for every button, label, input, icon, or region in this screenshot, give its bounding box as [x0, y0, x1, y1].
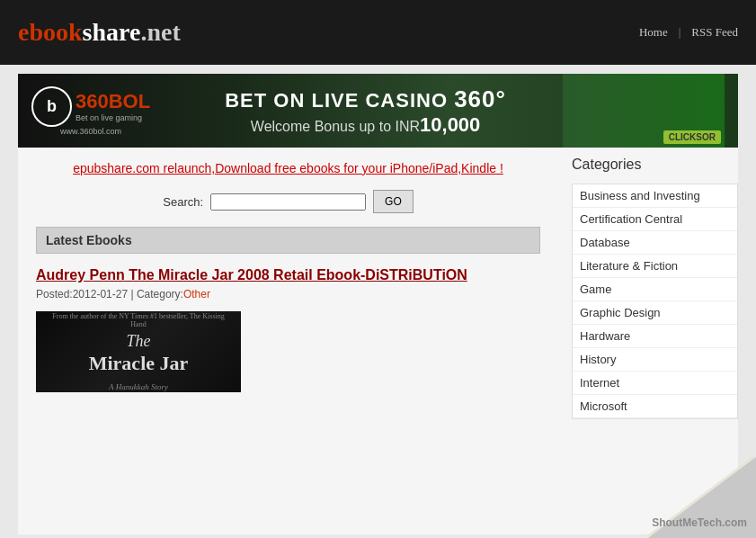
logo-net: .net — [140, 18, 180, 46]
category-link-item[interactable]: Internet — [573, 372, 737, 394]
category-link-item[interactable]: History — [573, 348, 737, 371]
meta-separator: | — [130, 288, 133, 300]
search-button[interactable]: GO — [373, 190, 414, 213]
sidebar: Categories Business and InvestingCertifi… — [558, 148, 738, 534]
banner-logo-url: www.360bol.com — [60, 127, 121, 136]
nav-divider: | — [679, 25, 681, 40]
category-link[interactable]: Other — [183, 288, 210, 300]
banner-line2: Welcome Bonus up to INR10,000 — [168, 113, 563, 137]
category-link-item[interactable]: Business and Investing — [573, 184, 737, 207]
category-item: Hardware — [573, 325, 737, 348]
book-cover-from: From the author of the NY Times #1 bests… — [45, 312, 232, 328]
category-link-item[interactable]: Microsoft — [573, 395, 737, 417]
category-link-item[interactable]: Database — [573, 231, 737, 254]
book-entry: Audrey Penn The Miracle Jar 2008 Retail … — [36, 267, 540, 392]
category-link-item[interactable]: Certification Central — [573, 208, 737, 230]
banner-right: CLICKSOR — [563, 74, 725, 148]
category-item: History — [573, 348, 737, 372]
category-item: Database — [573, 231, 737, 255]
logo-ebook: ebook — [18, 18, 83, 46]
category-item: Literature & Fiction — [573, 255, 737, 278]
category-label: Category: — [137, 288, 183, 300]
category-item: Game — [573, 278, 737, 301]
content-area: epubshare.com relaunch,Download free ebo… — [18, 148, 558, 534]
book-meta: Posted:2012-01-27 | Category:Other — [36, 288, 540, 300]
latest-ebooks-header: Latest Ebooks — [36, 227, 540, 254]
book-cover-title: The Miracle Jar — [89, 332, 189, 375]
nav-home-link[interactable]: Home — [639, 25, 668, 40]
search-input[interactable] — [210, 193, 366, 211]
search-bar: Search: GO — [36, 190, 540, 213]
book-title-link[interactable]: Audrey Penn The Miracle Jar 2008 Retail … — [36, 267, 540, 283]
category-item: Internet — [573, 372, 737, 395]
banner-logo: b 360BOL Bet on live gaming www.360bol.c… — [31, 86, 150, 136]
banner-logo-circle: b — [31, 86, 72, 127]
category-link-item[interactable]: Game — [573, 278, 737, 300]
promo-link[interactable]: epubshare.com relaunch,Download free ebo… — [73, 161, 503, 175]
book-cover: From the author of the NY Times #1 bests… — [36, 311, 241, 392]
banner-line1: BET ON LIVE CASINO 360° — [168, 85, 563, 113]
banner-ad[interactable]: b 360BOL Bet on live gaming www.360bol.c… — [18, 74, 738, 148]
banner-content: BET ON LIVE CASINO 360° Welcome Bonus up… — [168, 85, 563, 137]
category-link-item[interactable]: Hardware — [573, 325, 737, 347]
banner-logo-text: 360BOL — [76, 90, 150, 113]
category-item: Graphic Design — [573, 301, 737, 325]
site-header: ebookshare.net Home | RSS Feed — [0, 0, 756, 65]
category-link-item[interactable]: Literature & Fiction — [573, 255, 737, 277]
category-link-item[interactable]: Graphic Design — [573, 301, 737, 324]
banner-logo-sub: Bet on live gaming — [76, 113, 150, 122]
category-item: Business and Investing — [573, 184, 737, 208]
site-logo[interactable]: ebookshare.net — [18, 18, 181, 47]
categories-list: Business and InvestingCertification Cent… — [572, 184, 738, 419]
clicksor-badge: CLICKSOR — [663, 130, 721, 144]
category-item: Microsoft — [573, 395, 737, 418]
nav-links: Home | RSS Feed — [639, 25, 738, 40]
categories-title: Categories — [572, 157, 738, 176]
category-item: Certification Central — [573, 208, 737, 231]
shoutmetech-watermark: ShoutMeTech.com — [652, 516, 747, 529]
book-cover-subtitle: A Hanukkah Story — [109, 382, 168, 391]
promo-section: epubshare.com relaunch,Download free ebo… — [36, 161, 540, 176]
nav-rss-link[interactable]: RSS Feed — [691, 25, 738, 40]
logo-share: share — [83, 18, 141, 46]
book-posted: Posted:2012-01-27 — [36, 288, 128, 300]
search-label: Search: — [163, 195, 203, 209]
main-wrapper: epubshare.com relaunch,Download free ebo… — [18, 148, 738, 534]
